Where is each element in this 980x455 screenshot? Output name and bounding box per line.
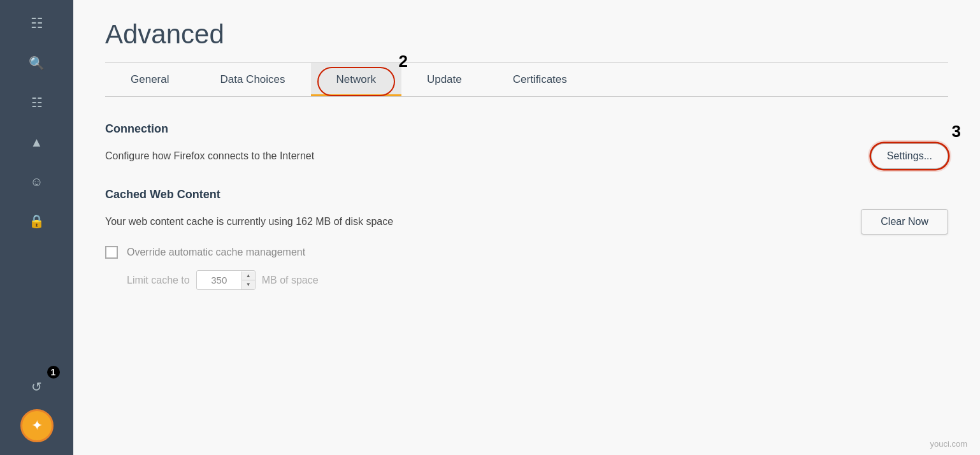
connection-section: Connection Configure how Firefox connect… [105,122,948,169]
sync-badge-container: ↺ 1 [18,370,56,404]
override-cache-label: Override automatic cache management [127,247,305,258]
tab-general[interactable]: General [105,63,194,96]
limit-cache-row: Limit cache to ▲ ▼ MB of space [105,270,948,290]
document-icon: ☷ [31,95,43,110]
tab-update[interactable]: Update [401,63,487,96]
tab-network-wrapper: Network 2 [311,63,401,96]
limit-cache-unit: MB of space [262,275,319,286]
wizard-icon: ✦ [31,417,43,434]
sidebar: ☷ 🔍 ☷ ▲ ☺ 🔒 ↺ 1 ✦ [0,0,73,455]
limit-cache-decrement[interactable]: ▼ [242,280,255,289]
limit-cache-input[interactable] [197,271,241,289]
rocket-icon: ▲ [31,135,43,150]
lock-icon: 🔒 [29,213,45,229]
override-cache-row: Override automatic cache management [105,246,948,259]
limit-cache-label: Limit cache to [127,275,190,286]
limit-cache-spinner: ▲ ▼ [241,271,255,289]
cache-description: Your web content cache is currently usin… [105,216,393,227]
menu-icon: ☷ [31,15,43,32]
sidebar-bottom: ↺ 1 ✦ [18,370,56,449]
cached-web-content-section: Cached Web Content Your web content cach… [105,188,948,290]
page-title: Advanced [105,19,948,50]
sidebar-item-lock[interactable]: 🔒 [18,204,56,238]
main-content: Advanced General Data Choices Network 2 … [73,0,980,455]
limit-cache-increment[interactable]: ▲ [242,271,255,280]
connection-title: Connection [105,122,948,136]
sync-badge: 1 [47,366,60,379]
mask-icon: ☺ [30,175,43,189]
sidebar-item-document[interactable]: ☷ [18,85,56,120]
sidebar-item-rocket[interactable]: ▲ [18,125,56,159]
settings-btn-container: 3 Settings... [871,143,948,169]
cached-web-content-title: Cached Web Content [105,188,948,201]
settings-button[interactable]: Settings... [871,143,948,169]
tabs-bar: General Data Choices Network 2 Update Ce… [105,63,948,97]
connection-row: Configure how Firefox connects to the In… [105,143,948,169]
sidebar-item-search[interactable]: 🔍 [18,46,56,80]
sidebar-item-menu[interactable]: ☷ [18,6,56,41]
tab-network[interactable]: Network [311,63,401,96]
tab-data-choices[interactable]: Data Choices [194,63,310,96]
sidebar-item-mask[interactable]: ☺ [18,164,56,199]
connection-description: Configure how Firefox connects to the In… [105,150,314,162]
cache-row: Your web content cache is currently usin… [105,209,948,235]
sync-icon: ↺ [31,379,42,394]
sidebar-item-wizard[interactable]: ✦ [20,409,54,442]
search-icon: 🔍 [29,55,45,71]
watermark: youci.com [930,439,967,449]
clear-now-button[interactable]: Clear Now [861,209,948,235]
override-cache-checkbox[interactable] [105,246,118,259]
limit-cache-input-container: ▲ ▼ [196,270,256,290]
annotation-number-3: 3 [952,122,961,141]
tab-certificates[interactable]: Certificates [487,63,593,96]
